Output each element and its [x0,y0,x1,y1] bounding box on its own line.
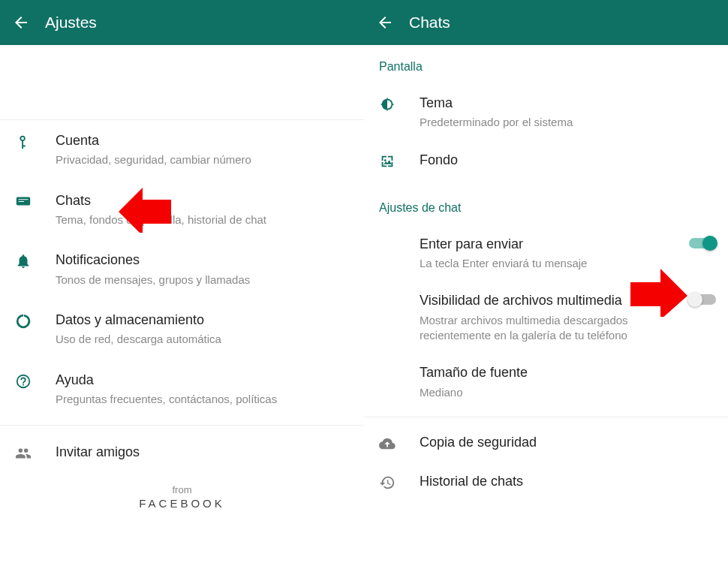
chat-icon [15,194,32,210]
history-title: Historial de chats [420,473,716,490]
chats-item-theme[interactable]: Tema Predeterminado por el sistema [364,84,728,141]
media-vis-title: Visibilidad de archivos multimedia [420,292,686,309]
account-sub: Privacidad, seguridad, cambiar número [56,152,352,167]
chats-item-wallpaper[interactable]: Fondo [364,141,728,180]
divider [0,425,364,426]
data-usage-icon [15,313,32,330]
chats-header: Chats [364,0,728,45]
media-vis-sub: Mostrar archivos multimedia descargados … [420,313,686,344]
chats-item-font-size[interactable]: Tamaño de fuente Mediano [364,354,728,411]
help-icon [15,373,32,390]
account-title: Cuenta [56,132,352,149]
profile-area[interactable] [0,45,364,120]
settings-item-chats[interactable]: Chats Tema, fondos de pantalla, historia… [0,180,364,240]
cloud-upload-icon [379,435,396,452]
font-size-sub: Mediano [420,385,716,400]
wallpaper-icon [379,153,396,170]
data-title: Datos y almacenamiento [56,312,352,329]
chats-item-backup[interactable]: Copia de seguridad [364,423,728,462]
chats-settings-screen: Chats Pantalla Tema Predeterminado por e… [364,0,728,584]
data-sub: Uso de red, descarga automática [56,332,352,347]
from-label: from [0,484,364,495]
settings-item-invite[interactable]: Invitar amigos [0,432,364,474]
theme-icon [379,96,396,113]
backup-title: Copia de seguridad [420,434,716,451]
back-button[interactable] [12,14,41,32]
back-button[interactable] [376,14,405,32]
section-display: Pantalla [364,45,728,84]
bell-icon [15,253,32,269]
settings-item-data[interactable]: Datos y almacenamiento Uso de red, desca… [0,300,364,360]
invite-title: Invitar amigos [56,444,352,461]
wallpaper-title: Fondo [420,152,716,169]
arrow-left-icon [12,14,30,32]
settings-screen: Ajustes Cuenta Privacidad, seguridad, ca… [0,0,364,584]
settings-header: Ajustes [0,0,364,45]
settings-item-notifications[interactable]: Notificaciones Tonos de mensajes, grupos… [0,239,364,300]
notifications-sub: Tonos de mensajes, grupos y llamadas [56,272,352,287]
font-size-title: Tamaño de fuente [420,364,716,381]
chats-item-media-visibility[interactable]: Visibilidad de archivos multimedia Mostr… [364,281,728,354]
help-title: Ayuda [56,372,352,389]
enter-send-toggle[interactable] [686,236,716,248]
enter-send-sub: La tecla Enter enviará tu mensaje [420,256,686,271]
notifications-title: Notificaciones [56,251,352,269]
chats-item-history[interactable]: Historial de chats [364,462,728,501]
media-vis-toggle[interactable] [686,292,716,305]
chats-header-title: Chats [409,14,450,32]
theme-sub: Predeterminado por el sistema [420,115,716,130]
enter-send-title: Enter para enviar [420,236,686,253]
history-icon [379,474,396,491]
from-facebook: from FACEBOOK [0,484,364,510]
settings-item-account[interactable]: Cuenta Privacidad, seguridad, cambiar nú… [0,120,364,180]
settings-title: Ajustes [45,14,97,32]
key-icon [15,134,32,150]
theme-title: Tema [420,95,716,112]
section-chat-settings: Ajustes de chat [364,180,728,225]
help-sub: Preguntas frecuentes, contáctanos, polít… [56,392,352,407]
chats-title: Chats [56,192,352,209]
settings-content: Cuenta Privacidad, seguridad, cambiar nú… [0,45,364,584]
chats-sub: Tema, fondos de pantalla, historial de c… [56,212,352,227]
arrow-left-icon [376,14,394,32]
people-icon [15,445,32,462]
facebook-label: FACEBOOK [0,497,364,510]
settings-item-help[interactable]: Ayuda Preguntas frecuentes, contáctanos,… [0,360,364,420]
chats-content: Pantalla Tema Predeterminado por el sist… [364,45,728,584]
divider [364,417,728,417]
chats-item-enter-send[interactable]: Enter para enviar La tecla Enter enviará… [364,225,728,282]
